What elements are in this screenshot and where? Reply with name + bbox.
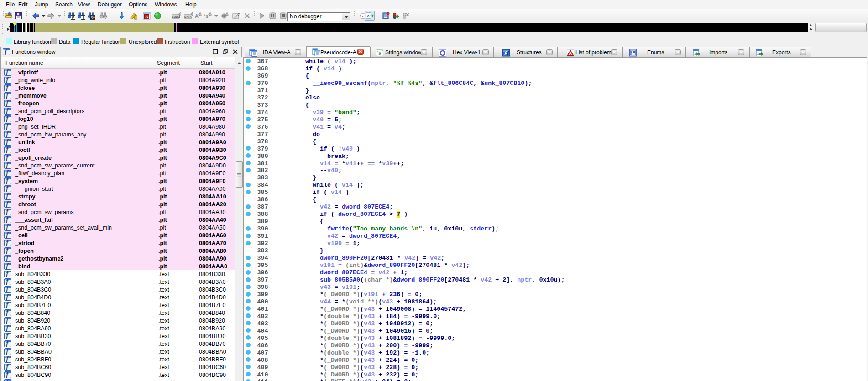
svg-text:A: A: [195, 13, 199, 19]
svg-text:A: A: [145, 15, 148, 19]
svg-text:A: A: [569, 51, 572, 56]
svg-text:CODE: CODE: [172, 16, 179, 18]
svg-text:DATA: DATA: [184, 16, 192, 18]
svg-text:T: T: [82, 15, 84, 20]
svg-text:c: c: [367, 14, 369, 18]
svg-text:#: #: [72, 15, 74, 20]
svg-text:s: s: [378, 49, 381, 56]
svg-text:’: ’: [382, 49, 383, 54]
svg-text:✱: ✱: [221, 12, 227, 20]
svg-text:c: c: [362, 14, 364, 18]
svg-text:101: 101: [90, 16, 95, 20]
svg-text:‘: ‘: [377, 49, 378, 54]
